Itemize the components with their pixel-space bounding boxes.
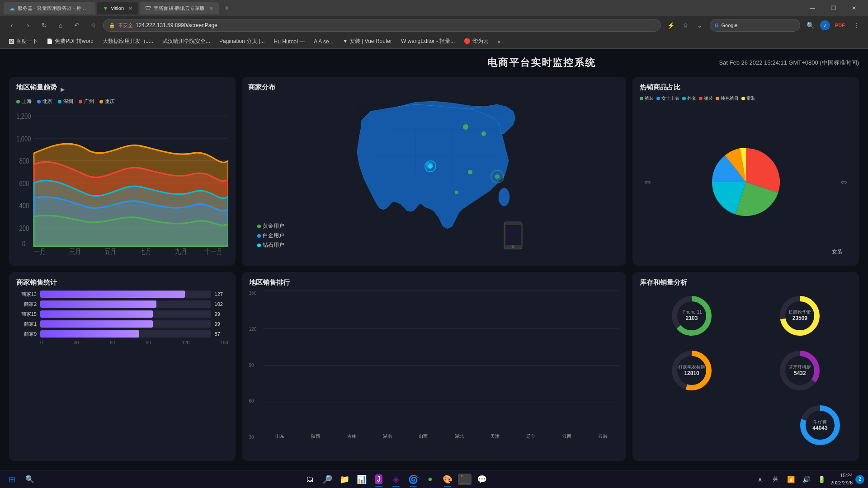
tab-2-close[interactable]: ✕	[209, 5, 213, 11]
tab-1-icon: ▼	[103, 5, 108, 12]
taskbar-app-chart[interactable]: 📊	[354, 471, 370, 488]
menu-icon[interactable]: ⋮	[850, 19, 863, 32]
bookmark-baidu[interactable]: 🅱 百度一下	[5, 36, 41, 47]
back-button[interactable]: ‹	[5, 19, 18, 32]
tray-notif-count: 2	[859, 477, 861, 482]
pie-legend: 裤装 女士上衣 外套 裙装 纯色裤目	[640, 95, 852, 102]
star-icon[interactable]: ☆	[679, 19, 692, 32]
q-icon: 💬	[477, 474, 487, 484]
bookmark-pdf[interactable]: 📄 免费PDF转word	[43, 36, 97, 47]
profile-icon[interactable]: ✓	[820, 20, 830, 30]
bookmark-more-label: »	[498, 38, 501, 45]
bookmark-vuerouter[interactable]: ▼ 安装 | Vue Router	[339, 36, 396, 47]
pie-next-arrow[interactable]: ⇔	[840, 177, 847, 187]
svg-text:十一月: 十一月	[204, 247, 222, 255]
svg-rect-30	[505, 225, 521, 245]
bookmark-vuerouter-label: ▼ 安装 | Vue Router	[343, 38, 392, 45]
donut-jeans-label: 牛仔裤 44043	[812, 419, 827, 432]
region-ranking-card: 地区销售排行 150 120 90 60 30	[242, 272, 627, 461]
tray-battery-icon[interactable]: 🔋	[815, 473, 828, 486]
page-header: 电商平台实时监控系统 Sat Feb 26 2022 15:24:11 GMT+…	[9, 56, 859, 70]
taskbar-app-dark[interactable]: ⬛	[457, 471, 473, 488]
taskbar-app-ide[interactable]: J	[371, 471, 387, 488]
area-chart-container: 1,200 1,000 800 600 400 200 0 一月 三月 五月 七…	[16, 108, 228, 258]
gold-user-dot	[257, 225, 261, 228]
taskbar-app-browser[interactable]: 🌀	[405, 471, 421, 488]
svg-text:九月: 九月	[175, 247, 187, 255]
bookmark-hutool-label: Hu Hutool —	[274, 38, 305, 45]
bookmark-wangeditor[interactable]: W wangEditor - 轻量...	[397, 36, 458, 47]
china-map-svg	[326, 93, 542, 256]
tab-0[interactable]: ☁ 服务器 - 轻量应用服务器 - 控制台	[4, 2, 95, 14]
legend-dot-shenzhen	[58, 100, 61, 103]
hbar-value-0: 127	[215, 291, 228, 297]
pdf-bk-icon: 📄	[47, 38, 53, 44]
taskbar-app-art[interactable]: 🎨	[439, 471, 456, 488]
tab-0-icon: ☁	[9, 5, 15, 12]
tab-2-icon: 🛡	[145, 5, 151, 12]
taskbar-search-button[interactable]: 🔍	[22, 471, 38, 488]
toolbar-icons: ⚡ ☆ ⌄	[665, 19, 706, 32]
tray-chevron-icon[interactable]: ∧	[754, 473, 766, 486]
forward-button[interactable]: ›	[22, 19, 34, 32]
donut-iphone11: iPhone 11 2103	[640, 291, 743, 341]
tray-wifi-icon[interactable]: 📶	[784, 473, 797, 486]
donut-iphone11-label: iPhone 11 2103	[682, 309, 702, 322]
pie-prev-arrow[interactable]: ⇔	[644, 177, 651, 187]
tray-sound-icon[interactable]: 🔊	[800, 473, 812, 486]
taskbar-app-vs[interactable]: ◈	[388, 471, 404, 488]
minimize-button[interactable]: —	[802, 0, 823, 16]
search-area[interactable]: G Google	[710, 19, 800, 32]
bookmark-ase[interactable]: A A se...	[310, 36, 337, 47]
bookmark-pagination[interactable]: Pagination 分页 |...	[216, 36, 269, 47]
legend-shenzhen: 深圳	[58, 98, 73, 105]
vbar-y-axis: 150 120 90 60 30	[249, 291, 257, 440]
bookmark-huawei[interactable]: 🔴 华为云	[460, 36, 492, 47]
tab-0-label: 服务器 - 轻量应用服务器 - 控制台	[18, 5, 90, 12]
taskbar-app-green[interactable]: ●	[422, 471, 439, 488]
hbar-axis: 0 30 60 90 120 150	[16, 340, 228, 345]
tray-lang-icon[interactable]: 英	[769, 473, 782, 486]
svg-point-22	[468, 170, 472, 174]
bookmark-bigdata[interactable]: 大数据应用开发（J...	[99, 36, 157, 47]
url-bar[interactable]: 🔒 不安全 124.222.131.59:8990/screenPage	[103, 19, 661, 32]
tray-datetime: 15:24 2022/2/26	[830, 472, 853, 486]
reload-button[interactable]: ↻	[38, 19, 51, 32]
search-icon[interactable]: 🔍	[804, 19, 816, 32]
area-chart-svg: 1,200 1,000 800 600 400 200 0 一月 三月 五月 七…	[16, 108, 228, 258]
bookmark-security[interactable]: 武汉晴川学院安全...	[159, 36, 214, 47]
svg-text:三月: 三月	[69, 247, 81, 255]
lightning-icon[interactable]: ⚡	[665, 19, 677, 32]
new-tab-button[interactable]: +	[221, 2, 233, 14]
bookmark-more[interactable]: »	[494, 36, 505, 47]
legend-dot-guangzhou	[79, 100, 82, 103]
donut-jeans: 牛仔裤 44043	[797, 400, 852, 450]
hbar-value-3: 99	[215, 321, 228, 327]
svg-point-21	[481, 131, 486, 136]
home-button[interactable]: ⌂	[54, 19, 67, 32]
start-button[interactable]: ⊞	[4, 471, 20, 488]
bookmark-bigdata-label: 大数据应用开发（J...	[103, 38, 153, 45]
pdf-icon[interactable]: PDF	[834, 19, 846, 32]
taskbar-search-icon: 🔍	[25, 475, 34, 483]
play-icon[interactable]: ▶	[61, 86, 65, 93]
history-button[interactable]: ↶	[71, 19, 83, 32]
taskbar-app-search2[interactable]: 🔎	[319, 471, 335, 488]
taskbar-app-q[interactable]: 💬	[474, 471, 490, 488]
tab-2[interactable]: 🛡 宝塔面板·腾讯云专享版 ✕	[140, 2, 219, 14]
expand-icon[interactable]: ⌄	[693, 19, 706, 32]
hbar-track-4	[40, 330, 211, 338]
maximize-button[interactable]: ❐	[823, 0, 844, 16]
dashboard-grid: 地区销量趋势 ▶ 上海 北京 深圳 广州	[9, 77, 859, 461]
tray-notification-badge[interactable]: 2	[855, 475, 864, 484]
pie-legend-womens-top: 女士上衣	[656, 95, 679, 102]
bookmark-button[interactable]: ☆	[87, 19, 99, 32]
tab-1-close[interactable]: ✕	[128, 5, 132, 11]
donut-earphone-label: 蓝牙耳机拆 5432	[788, 364, 811, 377]
close-button[interactable]: ✕	[844, 0, 864, 16]
google-logo: G	[715, 23, 719, 28]
taskbar-app-explorer[interactable]: 📁	[336, 471, 353, 488]
taskbar-app-files[interactable]: 🗂	[302, 471, 318, 488]
bookmark-hutool[interactable]: Hu Hutool —	[270, 36, 309, 47]
tab-1[interactable]: ▼ vision ✕	[97, 2, 138, 14]
